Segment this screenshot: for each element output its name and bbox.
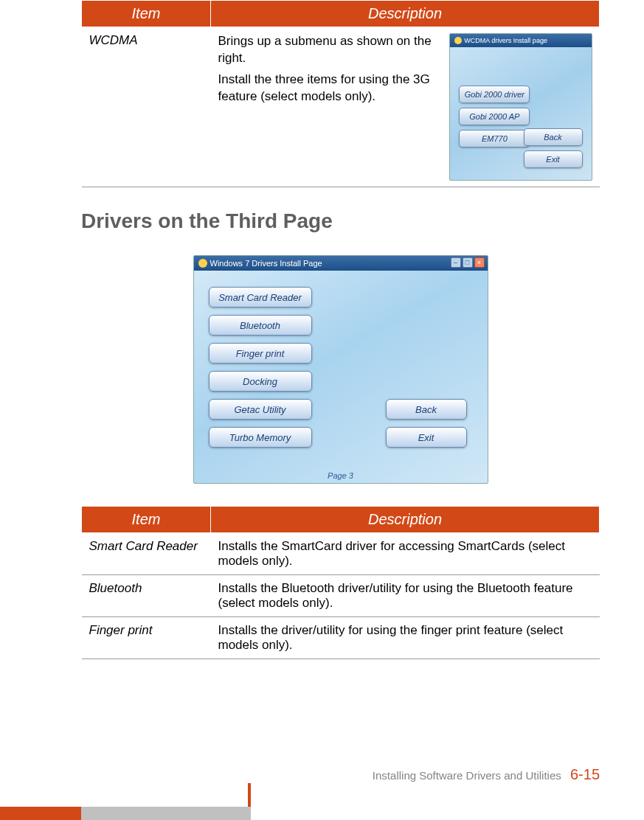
turbo-memory-button[interactable]: Turbo Memory	[209, 427, 312, 448]
gobi-2000-ap-button[interactable]: Gobi 2000 AP	[459, 108, 530, 125]
table-drivers-page3: Item Description Smart Card Reader Insta…	[81, 506, 600, 659]
gobi-2000-driver-button[interactable]: Gobi 2000 driver	[459, 86, 530, 103]
cell-description: Installs the driver/utility for using th…	[211, 617, 600, 659]
big-title-text: Windows 7 Drivers Install Page	[210, 259, 322, 268]
footer-section: Installing Software Drivers and Utilitie…	[373, 769, 561, 782]
cell-description: Installs the SmartCard driver for access…	[211, 533, 600, 575]
mini-titlebar: WCDMA drivers Install page	[450, 34, 591, 47]
big-exit-button[interactable]: Exit	[386, 427, 467, 448]
wcdma-desc-1: Brings up a submenu as shown on the righ…	[218, 33, 443, 67]
table-row: WCDMA Brings up a submenu as shown on th…	[82, 27, 600, 187]
bluetooth-button[interactable]: Bluetooth	[209, 315, 312, 336]
installer-page-label: Page 3	[194, 471, 488, 480]
window-controls: – □ ×	[451, 257, 485, 268]
wcdma-desc-2: Install the three items for using the 3G…	[218, 72, 443, 105]
drivers-page3-screenshot: Windows 7 Drivers Install Page – □ × Sma…	[193, 255, 488, 484]
table-row: Finger print Installs the driver/utility…	[82, 617, 600, 659]
th-description: Description	[211, 1, 600, 27]
mini-title-text: WCDMA drivers Install page	[464, 37, 547, 44]
cell-item: Bluetooth	[82, 575, 211, 617]
th-description: Description	[211, 507, 600, 533]
th-item: Item	[82, 1, 211, 27]
decorative-red-tab	[248, 783, 251, 807]
smiley-icon	[454, 37, 462, 44]
cell-item: WCDMA	[82, 27, 211, 187]
smiley-icon	[198, 259, 207, 268]
big-back-button[interactable]: Back	[386, 399, 467, 420]
wcdma-submenu-screenshot: WCDMA drivers Install page Gobi 2000 dri…	[449, 33, 592, 181]
smart-card-reader-button[interactable]: Smart Card Reader	[209, 287, 312, 308]
finger-print-button[interactable]: Finger print	[209, 343, 312, 364]
cell-description: Brings up a submenu as shown on the righ…	[211, 27, 600, 187]
decorative-bottom-bar	[0, 807, 644, 820]
cell-item: Smart Card Reader	[82, 533, 211, 575]
table-row: Bluetooth Installs the Bluetooth driver/…	[82, 575, 600, 617]
footer-page-number: 6-15	[570, 766, 600, 782]
minimize-icon[interactable]: –	[451, 257, 461, 268]
mini-back-button[interactable]: Back	[524, 128, 583, 146]
getac-utility-button[interactable]: Getac Utility	[209, 399, 312, 420]
th-item: Item	[82, 507, 211, 533]
close-icon[interactable]: ×	[474, 257, 485, 268]
section-heading: Drivers on the Third Page	[81, 209, 600, 233]
docking-button[interactable]: Docking	[209, 371, 312, 392]
cell-description: Installs the Bluetooth driver/utility fo…	[211, 575, 600, 617]
mini-exit-button[interactable]: Exit	[524, 150, 583, 168]
cell-item: Finger print	[82, 617, 211, 659]
maximize-icon[interactable]: □	[463, 257, 473, 268]
page-footer: Installing Software Drivers and Utilitie…	[373, 766, 600, 783]
table-row: Smart Card Reader Installs the SmartCard…	[82, 533, 600, 575]
big-titlebar: Windows 7 Drivers Install Page – □ ×	[194, 256, 488, 271]
table-wcdma: Item Description WCDMA Brings up a subme…	[81, 0, 600, 187]
em770-button[interactable]: EM770	[459, 130, 530, 147]
